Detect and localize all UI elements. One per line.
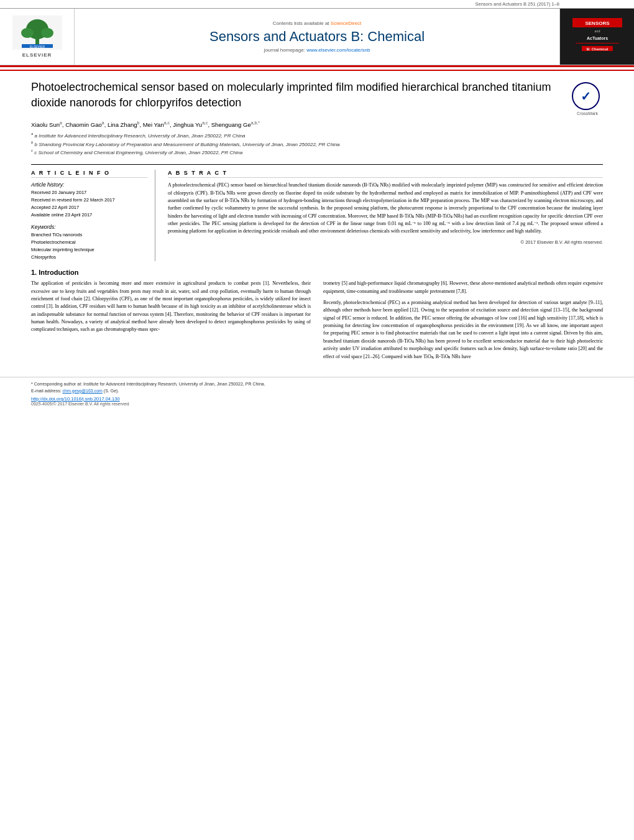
info-abstract-section: A R T I C L E I N F O Article history: R… [31,164,603,261]
intro-col2-para1: trometry [5] and high-performance liquid… [323,280,603,295]
citation-text: Sensors and Actuators B 251 (2017) 1–8 [475,1,559,7]
elsevier-label: ELSEVIER [22,52,52,58]
abstract-text: A photoelectrochemical (PEC) sensor base… [168,182,603,236]
body-two-col: The application of pesticides is becomin… [31,280,603,364]
email-link[interactable]: chm.gesg@163.com [63,389,103,393]
doi-link: http://dx.doi.org/10.1016/j.snb.2017.04.… [31,396,603,402]
article-title-section: Photoelectrochemical sensor based on mol… [31,80,603,116]
authors: Xiaolu Suna, Chaomin Gaoa, Lina Zhangb, … [31,121,603,128]
crossmark-label: CrossMark [572,111,603,116]
elsevier-logo-image: ELSEVIER [12,16,62,50]
affiliation-a: a a Institute for Advanced Interdiscipli… [31,131,603,140]
issn-line: 0925-4005/© 2017 Elsevier B.V. All right… [31,402,603,406]
section1-title: 1. Introduction [31,269,603,276]
keywords-label: Keywords: [31,224,147,230]
journal-title: Sensors and Actuators B: Chemical [209,29,425,45]
received-date: Received 20 January 2017 [31,189,147,196]
crossmark-icon: ✓ [572,82,600,110]
accepted-date: Accepted 22 April 2017 [31,204,147,211]
corresponding-author-note: * Corresponding author at: Institute for… [31,381,603,388]
history-label: Article history: [31,182,147,188]
received-revised-date: Received in revised form 22 March 2017 [31,196,147,204]
sciencedirect-link: Contents lists available at ScienceDirec… [273,21,361,26]
journal-center: Contents lists available at ScienceDirec… [75,9,559,65]
svg-point-3 [21,28,34,38]
keyword-4: Chlorpyrifos [31,254,147,261]
sensors-logo: SENSORS and AcTuators B: Chemical [559,9,634,65]
keyword-2: Photoelectrochemical [31,239,147,246]
keyword-1: Branched TiO₂ nanorods [31,231,147,239]
affiliations: a a Institute for Advanced Interdiscipli… [31,131,603,157]
article-title: Photoelectrochemical sensor based on mol… [31,80,559,111]
citation-line: Sensors and Actuators B 251 (2017) 1–8 [0,0,634,9]
journal-homepage: journal homepage: www.elsevier.com/locat… [264,47,370,53]
page: Sensors and Actuators B 251 (2017) 1–8 [0,0,634,840]
svg-point-4 [41,28,53,38]
svg-rect-12 [576,43,619,44]
svg-text:AcTuators: AcTuators [586,36,607,40]
keywords-list: Branched TiO₂ nanorods Photoelectrochemi… [31,231,147,261]
keywords-section: Keywords: Branched TiO₂ nanorods Photoel… [31,224,147,261]
sciencedirect-anchor[interactable]: ScienceDirect [331,21,361,26]
journal-header: ELSEVIER ELSEVIER Contents lists availab… [0,9,634,71]
svg-text:B: Chemical: B: Chemical [586,47,608,51]
article-info-title: A R T I C L E I N F O [31,170,147,178]
sensors-logo-image: SENSORS and AcTuators B: Chemical [569,15,625,58]
svg-text:ELSEVIER: ELSEVIER [29,45,45,48]
doi-anchor[interactable]: http://dx.doi.org/10.1016/j.snb.2017.04.… [31,396,120,402]
elsevier-logo: ELSEVIER ELSEVIER [0,9,75,65]
keyword-3: Molecular imprinting technique [31,246,147,254]
svg-text:SENSORS: SENSORS [585,21,610,26]
homepage-link[interactable]: www.elsevier.com/locate/snb [306,47,370,53]
body-col-right: trometry [5] and high-performance liquid… [323,280,603,364]
abstract-title: A B S T R A C T [168,170,603,178]
affiliation-c: c c School of Chemistry and Chemical Eng… [31,148,603,157]
article-history: Article history: Received 20 January 201… [31,182,147,219]
footer-section: * Corresponding author at: Institute for… [0,377,634,408]
abstract-copyright: © 2017 Elsevier B.V. All rights reserved… [168,239,603,245]
article-section: Photoelectrochemical sensor based on mol… [0,73,634,371]
journal-top-bar: ELSEVIER ELSEVIER Contents lists availab… [0,9,634,65]
red-divider [0,65,634,67]
available-date: Available online 23 April 2017 [31,211,147,219]
crossmark: ✓ CrossMark [572,82,603,116]
intro-para1: The application of pesticides is becomin… [31,280,311,334]
email-line: E-mail address: chm.gesg@163.com (S. Ge)… [31,388,603,395]
intro-col2-para2: Recently, photoelectrochemical (PEC) as … [323,299,603,361]
body-col-left: The application of pesticides is becomin… [31,280,311,364]
abstract-section: A B S T R A C T A photoelectrochemical (… [168,170,603,261]
article-info: A R T I C L E I N F O Article history: R… [31,170,155,261]
svg-text:and: and [594,29,600,33]
affiliation-b: b b Shandong Provincial Key Laboratory o… [31,140,603,149]
